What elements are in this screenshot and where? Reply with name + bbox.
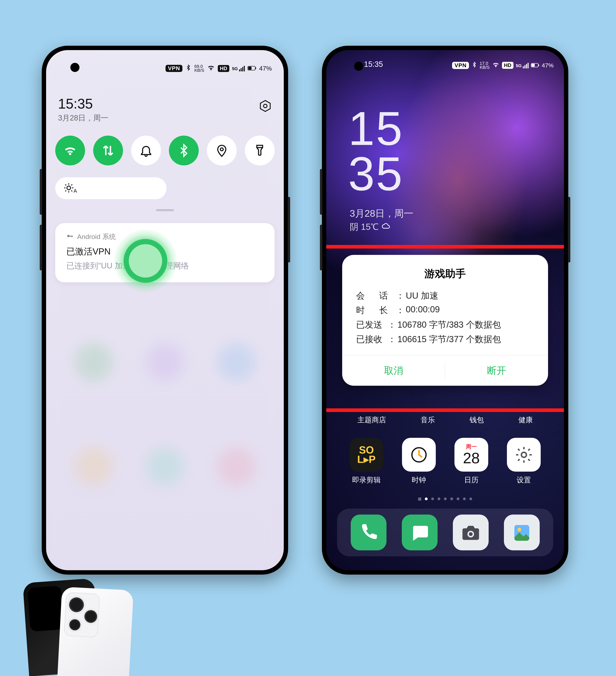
svg-point-7: [67, 235, 70, 237]
hd-indicator: HD: [218, 65, 229, 72]
vpn-dialog: 游戏助手 会 话：UU 加速 时 长：00:00:09 已发送：106780 字…: [342, 255, 548, 386]
shade-header: 15:35 3月28日，周一: [58, 96, 272, 123]
dock-phone[interactable]: [351, 515, 386, 550]
app-settings[interactable]: 设置: [505, 438, 543, 485]
battery-icon: [248, 65, 256, 72]
power-key[interactable]: [568, 197, 570, 263]
battery-percent: 47%: [259, 65, 272, 72]
app-label: 即录剪辑: [352, 475, 381, 485]
app-label-health: 健康: [518, 415, 533, 425]
notif-title: 已激活VPN: [66, 246, 263, 258]
notif-source-text: Android 系统: [77, 232, 116, 241]
signal-5g: 5G: [232, 65, 245, 71]
lock-minutes: 35: [348, 151, 404, 196]
app-label-music: 音乐: [421, 415, 435, 425]
soloop-icon: SOL▸P: [350, 438, 383, 471]
svg-marker-3: [260, 101, 270, 112]
clock-icon: [402, 438, 436, 471]
network-speed: 69.0KB/S: [194, 64, 204, 72]
brightness-icon: [63, 182, 74, 194]
dialog-row-received: 已接收：106615 字节/377 个数据包: [356, 333, 534, 345]
calendar-icon: 周一28: [454, 438, 488, 471]
status-bar: VPN 69.0KB/S HD 5G 47%: [166, 64, 272, 73]
app-label-row-upper: 主题商店 音乐 钱包 健康: [326, 415, 564, 425]
svg-point-5: [221, 148, 223, 151]
volume-down-key[interactable]: [40, 225, 42, 270]
svg-rect-13: [539, 64, 539, 66]
power-key[interactable]: [288, 197, 290, 263]
punch-hole-camera: [354, 62, 363, 71]
app-label: 时钟: [412, 475, 426, 485]
settings-gear-icon[interactable]: [259, 99, 272, 113]
qs-bluetooth[interactable]: [169, 135, 199, 165]
dialog-row-session: 会 话：UU 加速: [356, 290, 534, 301]
battery-icon: [531, 62, 539, 69]
svg-point-17: [469, 532, 473, 536]
dialog-cancel-button[interactable]: 取消: [342, 355, 445, 386]
key-icon: [66, 232, 73, 241]
battery-percent: 47%: [542, 62, 554, 69]
blurred-home-background: [46, 50, 284, 570]
qs-mobile-data[interactable]: [93, 135, 123, 165]
bluetooth-icon: [185, 64, 192, 72]
svg-point-19: [517, 528, 521, 531]
dock-messages[interactable]: [402, 515, 438, 550]
cloud-icon: [381, 222, 390, 232]
phone-left: VPN 69.0KB/S HD 5G 47% 15:35 3月28日，周一: [42, 46, 288, 575]
screen-right: 15:35 VPN 17.0KB/S HD 5G 47% 15 35 3月28日…: [326, 50, 564, 570]
dock: [337, 509, 553, 556]
svg-point-4: [263, 104, 267, 108]
dialog-title: 游戏助手: [356, 267, 534, 281]
volume-up-key[interactable]: [40, 169, 42, 215]
svg-rect-10: [71, 236, 71, 237]
hero-phone-white: [57, 587, 133, 676]
status-time: 15:35: [364, 60, 383, 69]
page-indicator[interactable]: [326, 498, 564, 501]
hd-indicator: HD: [502, 62, 513, 69]
qs-flashlight[interactable]: [245, 135, 274, 165]
punch-hole-camera: [70, 63, 79, 72]
lock-weather: 阴 15℃: [350, 221, 390, 233]
volume-up-key[interactable]: [320, 169, 322, 215]
shade-drag-handle[interactable]: [156, 209, 174, 211]
lock-hours: 15: [348, 106, 404, 151]
app-row: SOL▸P 即录剪辑 时钟 周一28 日历 设置: [326, 438, 564, 485]
wifi-icon: [492, 61, 500, 70]
app-soloop[interactable]: SOL▸P 即录剪辑: [348, 438, 385, 485]
dialog-row-sent: 已发送：106780 字节/383 个数据包: [356, 319, 534, 331]
vpn-notification[interactable]: Android 系统 已激活VPN 已连接到"UU 加速"，点击管理网络: [55, 223, 274, 282]
screen-left: VPN 69.0KB/S HD 5G 47% 15:35 3月28日，周一: [46, 50, 284, 570]
app-calendar[interactable]: 周一28 日历: [452, 438, 490, 485]
notif-body: 已连接到"UU 加速"，点击管理网络: [66, 260, 263, 271]
dock-gallery[interactable]: [504, 515, 540, 550]
signal-5g: 5G: [516, 62, 529, 68]
weather-text: 阴 15℃: [350, 221, 379, 233]
vpn-indicator: VPN: [452, 62, 469, 69]
dialog-disconnect-button[interactable]: 断开: [445, 355, 548, 386]
dock-camera[interactable]: [453, 515, 489, 550]
app-clock[interactable]: 时钟: [400, 438, 438, 485]
svg-rect-12: [532, 64, 535, 67]
brightness-slider[interactable]: A: [55, 177, 167, 199]
svg-point-15: [521, 452, 526, 457]
app-label: 设置: [517, 475, 531, 485]
wifi-icon: [207, 64, 215, 73]
volume-down-key[interactable]: [320, 225, 322, 270]
settings-icon: [507, 438, 541, 471]
app-label-wallet: 钱包: [470, 415, 484, 425]
svg-point-6: [67, 186, 71, 190]
quick-settings-row: [55, 135, 274, 165]
shade-clock: 15:35: [58, 96, 108, 112]
app-label: 日历: [464, 475, 479, 485]
app-label-themestore: 主题商店: [358, 415, 386, 425]
svg-rect-2: [255, 67, 256, 69]
qs-wifi[interactable]: [55, 135, 85, 165]
svg-rect-1: [248, 67, 252, 70]
status-bar: VPN 17.0KB/S HD 5G 47%: [452, 61, 554, 70]
vpn-indicator: VPN: [166, 65, 182, 72]
notif-source: Android 系统: [66, 232, 263, 241]
network-speed: 17.0KB/S: [480, 61, 490, 69]
lock-date: 3月28日，周一: [350, 207, 413, 220]
qs-dnd[interactable]: [131, 135, 161, 165]
qs-location[interactable]: [207, 135, 237, 165]
